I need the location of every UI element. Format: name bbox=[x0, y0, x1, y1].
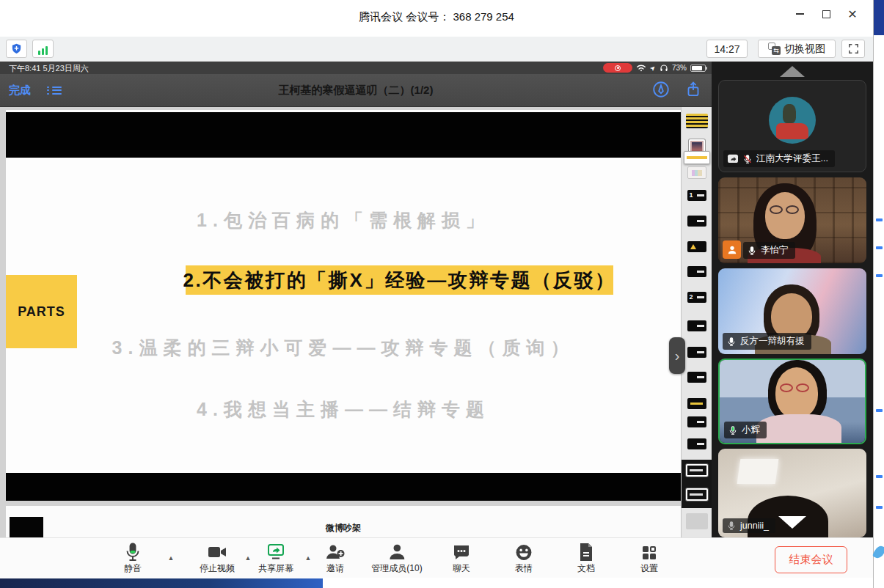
invite-button[interactable]: 邀请 bbox=[325, 542, 346, 575]
emoji-button[interactable]: 表情 bbox=[515, 542, 533, 575]
scroll-down-arrow[interactable] bbox=[778, 516, 806, 529]
slide-thumbnail: 2 bbox=[687, 292, 706, 303]
slide-line-1: 1.包治百病的「需根解损」 bbox=[6, 208, 681, 232]
pdf-page-area: 1.包治百病的「需根解损」 2.不会被打的「撕X」经验—攻辩专题（反驳） PAR… bbox=[0, 107, 712, 537]
invite-person-icon bbox=[325, 542, 346, 562]
slide-thumbnail bbox=[686, 114, 708, 128]
member-icon bbox=[387, 542, 406, 562]
slide-top-bar bbox=[6, 112, 681, 158]
switch-view-button[interactable]: ⇆ 切换视图 bbox=[758, 40, 836, 58]
participant-name: 江南大学评委王... bbox=[756, 152, 828, 165]
wifi-icon bbox=[636, 64, 646, 72]
shared-screen-region: 下午8:41 5月23日周六 ➤ 73% 完成 王柯基的寒假逼逼叨（二）(1/2… bbox=[0, 62, 712, 537]
slide-thumbnail-strip: 12 bbox=[681, 107, 712, 537]
participant-tile[interactable]: 李怡宁 bbox=[718, 177, 866, 263]
mic-muted-icon bbox=[742, 154, 753, 164]
participant-tile[interactable]: 反方一辩胡有援 bbox=[718, 268, 866, 354]
slide-thumbnail bbox=[687, 438, 706, 449]
slide-thumbnail bbox=[684, 151, 710, 164]
mic-idle-icon bbox=[726, 521, 737, 531]
participant-name: 李怡宁 bbox=[761, 244, 789, 257]
meeting-control-bar: 静音 ▲ 停止视频 ▲ 共享屏幕 ▲ 邀请 管理成员(1 bbox=[0, 537, 873, 578]
shield-plus-icon bbox=[10, 43, 23, 55]
camera-icon bbox=[207, 542, 227, 562]
manage-members-button[interactable]: 管理成员(10) bbox=[371, 542, 422, 575]
minimize-button[interactable] bbox=[789, 6, 810, 22]
ipad-clock: 下午8:41 5月23日周六 bbox=[9, 63, 89, 74]
mic-level-icon bbox=[124, 542, 142, 562]
screen-sharing-icon bbox=[727, 154, 739, 164]
signal-bars-icon bbox=[38, 43, 48, 55]
participant-tile-speaking[interactable]: 小辉 bbox=[718, 359, 866, 444]
maximize-button[interactable] bbox=[816, 6, 836, 22]
settings-grid-icon bbox=[640, 542, 658, 562]
slide-thumbnail bbox=[687, 166, 706, 179]
slide-thumbnail bbox=[687, 241, 706, 252]
slide-thumbnail bbox=[687, 416, 706, 427]
switch-view-label: 切换视图 bbox=[784, 43, 825, 56]
battery-percent: 73% bbox=[672, 64, 687, 72]
participant-tile[interactable]: 江南大学评委王... bbox=[718, 80, 866, 172]
document-icon bbox=[578, 542, 594, 562]
window-titlebar: 腾讯会议 会议号： 368 279 254 ✕ bbox=[0, 0, 873, 37]
slide-thumbnail bbox=[686, 513, 708, 529]
slide-thumbnail bbox=[687, 347, 706, 358]
avatar bbox=[769, 97, 816, 144]
switch-view-icon: ⇆ bbox=[768, 43, 781, 55]
member-badge-icon bbox=[723, 240, 741, 259]
fullscreen-button[interactable] bbox=[841, 40, 865, 58]
next-slide-page: 微博吵架 bbox=[6, 506, 681, 537]
participant-name: 反方一辩胡有援 bbox=[740, 335, 805, 348]
close-button[interactable]: ✕ bbox=[842, 6, 863, 22]
stop-video-button[interactable]: 停止视频 bbox=[200, 542, 235, 575]
smiley-icon bbox=[515, 542, 533, 562]
recording-pill-icon bbox=[603, 63, 632, 73]
mic-speaking-icon bbox=[728, 425, 738, 436]
mic-options-caret[interactable]: ▲ bbox=[168, 554, 175, 562]
pdf-viewer-toolbar: 完成 王柯基的寒假逼逼叨（二）(1/2) bbox=[0, 74, 712, 107]
settings-button[interactable]: 设置 bbox=[640, 542, 658, 575]
timer-value: 14:27 bbox=[714, 43, 739, 55]
slide-line-2: 2.不会被打的「撕X」经验—攻辩专题（反驳） bbox=[183, 268, 615, 293]
share-screen-icon bbox=[266, 542, 285, 562]
next-slide-caption: 微博吵架 bbox=[6, 522, 681, 534]
scroll-up-arrow[interactable] bbox=[780, 66, 805, 77]
participant-panel: 江南大学评委王... 李怡宁 反方一辩胡有援 bbox=[712, 62, 873, 537]
slide-line-2-highlight: 2.不会被打的「撕X」经验—攻辩专题（反驳） bbox=[186, 265, 613, 295]
document-title: 王柯基的寒假逼逼叨（二）(1/2) bbox=[0, 84, 712, 98]
tencent-meeting-window: 腾讯会议 会议号： 368 279 254 ✕ 14:27 ⇆ 切换视图 bbox=[0, 0, 884, 588]
participant-name: 小辉 bbox=[742, 424, 760, 436]
collapse-panel-handle[interactable]: › bbox=[669, 337, 685, 374]
mute-button[interactable]: 静音 bbox=[124, 542, 142, 575]
slide-line-4: 4.我想当主播——结辩专题 bbox=[6, 397, 681, 422]
slide-thumbnail bbox=[687, 266, 706, 277]
slide-thumbnail bbox=[686, 464, 708, 477]
share-sheet-icon bbox=[684, 80, 703, 99]
slide-thumbnail bbox=[686, 488, 708, 501]
chat-bubble-icon bbox=[452, 542, 471, 562]
annotate-pen-icon bbox=[651, 80, 671, 99]
ipad-status-bar: 下午8:41 5月23日周六 ➤ 73% bbox=[0, 62, 712, 74]
security-shield-button[interactable] bbox=[6, 40, 27, 58]
slide-line-3: 3.温柔的三辩小可爱——攻辩专题（质询） bbox=[6, 336, 681, 360]
slide-thumbnail bbox=[687, 320, 706, 331]
share-options-caret[interactable]: ▲ bbox=[305, 554, 312, 562]
share-screen-button[interactable]: 共享屏幕 bbox=[258, 542, 293, 575]
chat-button[interactable]: 聊天 bbox=[452, 542, 471, 575]
battery-icon bbox=[690, 65, 706, 72]
docs-button[interactable]: 文档 bbox=[577, 542, 595, 575]
meeting-top-toolbar: 14:27 ⇆ 切换视图 bbox=[0, 37, 873, 62]
participant-name: junniii_ bbox=[740, 521, 769, 531]
mic-on-icon bbox=[726, 337, 737, 347]
taskbar-strip bbox=[0, 578, 323, 588]
slide-page: 1.包治百病的「需根解损」 2.不会被打的「撕X」经验—攻辩专题（反驳） PAR… bbox=[6, 110, 681, 499]
slide-thumbnail bbox=[687, 372, 706, 383]
network-signal-button[interactable] bbox=[32, 40, 54, 58]
end-meeting-button[interactable]: 结束会议 bbox=[775, 546, 847, 573]
background-window-sliver bbox=[873, 0, 884, 588]
slide-bottom-bar bbox=[6, 473, 681, 501]
meeting-timer: 14:27 bbox=[706, 40, 748, 58]
video-options-caret[interactable]: ▲ bbox=[245, 554, 252, 562]
slide-thumbnail bbox=[687, 216, 706, 227]
fullscreen-icon bbox=[847, 43, 860, 55]
